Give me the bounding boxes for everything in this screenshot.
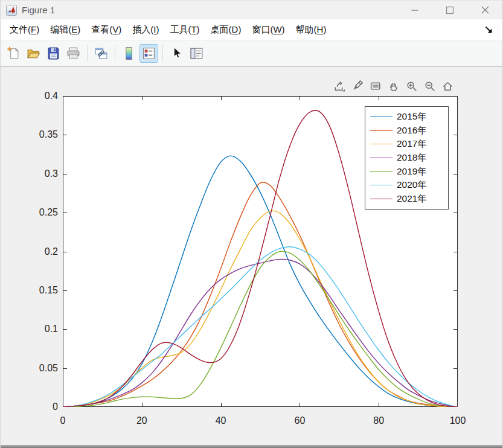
legend-label: 2017年 <box>397 138 427 150</box>
y-tick-label: 0.4 <box>21 90 58 102</box>
y-tick-label: 0.1 <box>21 323 58 335</box>
dock-figure-icon[interactable] <box>482 24 495 36</box>
window-bottom-edge <box>1 445 502 448</box>
pan-button[interactable] <box>384 77 402 94</box>
new-figure-icon <box>6 46 21 61</box>
legend-entry: 2019年 <box>365 165 448 178</box>
legend-line-sample <box>370 117 392 117</box>
export-icon <box>333 80 345 92</box>
insert-colorbar-button[interactable] <box>120 44 138 63</box>
figure-canvas: 2015年2016年2017年2018年2019年2020年2021年 0204… <box>1 67 502 445</box>
legend-label: 2019年 <box>397 165 427 178</box>
legend-entry: 2015年 <box>365 110 448 123</box>
menu-item-h[interactable]: 帮助(H) <box>290 21 332 39</box>
zoom-out-button[interactable] <box>420 77 438 94</box>
x-tick-label: 40 <box>216 415 226 427</box>
link-plot-icon <box>94 46 109 61</box>
edit-plot-icon <box>169 46 184 61</box>
y-tick-label: 0.15 <box>21 284 58 296</box>
legend-label: 2016年 <box>397 124 427 137</box>
x-tick-label: 0 <box>60 415 66 427</box>
window-title: Figure 1 <box>22 5 55 15</box>
legend-label: 2021年 <box>397 193 427 205</box>
legend-line-sample <box>370 130 392 131</box>
legend-line-sample <box>370 185 392 185</box>
toolbar-separator <box>162 45 163 62</box>
restore-view-icon <box>441 80 454 92</box>
datatips-button[interactable] <box>366 77 384 94</box>
x-tick-label: 80 <box>373 415 384 427</box>
legend-entry: 2016年 <box>365 124 448 137</box>
menu-item-w[interactable]: 窗口(W) <box>246 21 290 39</box>
matlab-figure-icon <box>6 5 17 16</box>
menu-item-d[interactable]: 桌面(D) <box>205 21 247 39</box>
print-figure-icon <box>66 46 81 61</box>
datatips-icon <box>369 80 382 92</box>
save-figure-icon <box>46 46 61 61</box>
x-tick-label: 20 <box>136 415 147 427</box>
figure-toolbar <box>1 40 502 67</box>
y-tick-label: 0.3 <box>21 168 58 180</box>
insert-legend-icon <box>141 46 156 61</box>
zoom-in-icon <box>405 80 418 92</box>
open-file-button[interactable] <box>24 44 43 63</box>
x-tick-label: 100 <box>450 415 466 427</box>
maximize-button[interactable] <box>432 1 467 19</box>
menu-item-f[interactable]: 文件(F) <box>4 21 45 39</box>
legend-line-sample <box>370 158 392 158</box>
toolbar-separator <box>115 45 115 62</box>
y-tick-label: 0.25 <box>21 206 58 219</box>
open-file-icon <box>26 46 41 61</box>
new-figure-button[interactable] <box>4 44 23 63</box>
y-tick-label: 0.05 <box>21 362 58 374</box>
legend-entry: 2017年 <box>365 138 448 150</box>
menu-item-t[interactable]: 工具(T) <box>164 21 205 39</box>
pan-icon <box>387 80 400 92</box>
zoom-in-button[interactable] <box>402 77 420 94</box>
print-figure-button[interactable] <box>64 44 83 63</box>
menu-item-v[interactable]: 查看(V) <box>86 21 127 39</box>
legend-label: 2018年 <box>397 152 427 164</box>
menu-bar: 文件(F)编辑(E)查看(V)插入(I)工具(T)桌面(D)窗口(W)帮助(H) <box>1 19 502 40</box>
legend-entry: 2021年 <box>365 193 448 205</box>
title-bar[interactable]: Figure 1 <box>1 1 502 19</box>
legend-box[interactable]: 2015年2016年2017年2018年2019年2020年2021年 <box>365 106 449 210</box>
zoom-out-icon <box>423 80 436 92</box>
legend-line-sample <box>370 199 392 199</box>
minimize-button[interactable] <box>397 1 432 19</box>
toolbar-separator <box>87 45 88 62</box>
y-tick-label: 0.35 <box>21 129 58 141</box>
y-tick-label: 0.2 <box>21 246 58 258</box>
menu-item-i[interactable]: 插入(I) <box>127 21 164 39</box>
brush-icon <box>351 80 364 92</box>
property-inspector-icon <box>189 46 204 61</box>
legend-label: 2020年 <box>397 179 427 191</box>
insert-colorbar-icon <box>121 46 136 61</box>
x-tick-label: 60 <box>294 415 305 427</box>
save-figure-button[interactable] <box>44 44 63 63</box>
restore-view-button[interactable] <box>438 77 457 94</box>
figure-window: Figure 1 文件(F)编辑(E)查看(V)插入(I)工具(T)桌面(D)窗… <box>0 0 503 448</box>
legend-entry: 2020年 <box>365 179 448 191</box>
edit-plot-button[interactable] <box>167 44 186 63</box>
legend-entry: 2018年 <box>365 152 448 164</box>
legend-line-sample <box>370 144 392 144</box>
legend-line-sample <box>370 171 392 172</box>
link-plot-button[interactable] <box>92 44 111 63</box>
export-button[interactable] <box>330 77 348 94</box>
y-tick-label: 0 <box>21 401 58 413</box>
close-button[interactable] <box>467 1 502 19</box>
property-inspector-button[interactable] <box>187 44 206 63</box>
insert-legend-button[interactable] <box>139 44 158 63</box>
brush-button[interactable] <box>348 77 366 94</box>
window-controls <box>397 1 502 19</box>
axes-toolbar <box>330 77 457 94</box>
menu-item-e[interactable]: 编辑(E) <box>45 21 86 39</box>
legend-label: 2015年 <box>397 110 427 123</box>
